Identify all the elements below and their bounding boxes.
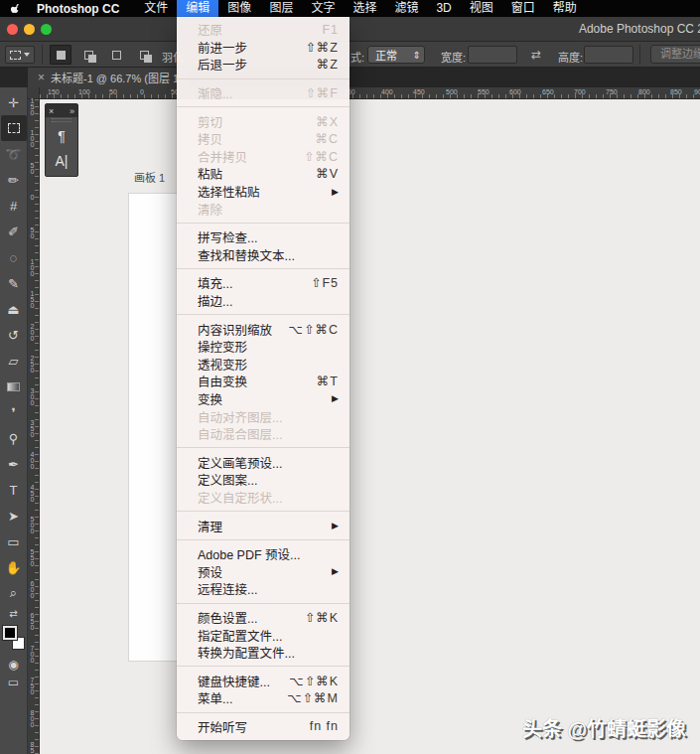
dodge-tool[interactable]: ⚲ (1, 425, 27, 451)
menu-item[interactable]: 拼写检查... (177, 228, 350, 246)
gradient-tool[interactable] (1, 374, 27, 399)
close-tab-icon[interactable]: × (38, 71, 45, 84)
history-brush-tool[interactable]: ↺ (1, 322, 27, 348)
menu-item[interactable]: 查找和替换文本... (177, 246, 350, 264)
type-tool[interactable]: T (1, 477, 27, 503)
menu-item[interactable]: 预设▶ (177, 562, 350, 580)
move-tool[interactable]: ✛ (1, 89, 27, 115)
style-mode-value: 正常 (375, 47, 397, 63)
panel-close-icon[interactable]: × (49, 106, 54, 116)
menu-item[interactable]: 键盘快捷键...⌥⇧⌘K (177, 672, 350, 689)
menu-item[interactable]: 定义画笔预设... (177, 453, 350, 471)
swap-colors-icon[interactable]: ⇄ (1, 606, 27, 620)
quick-selection-tool[interactable]: ✏ (1, 167, 27, 193)
menu-item[interactable]: 填充...⇧F5 (177, 274, 350, 292)
menu-item[interactable]: 透视变形 (177, 356, 350, 374)
add-to-selection-button[interactable] (77, 45, 99, 65)
menubar-item-4[interactable]: 文字 (302, 0, 344, 17)
brush-tool[interactable]: ✎ (1, 270, 27, 296)
width-input[interactable] (468, 46, 517, 64)
menu-item[interactable]: 后退一步⌘Z (177, 56, 350, 74)
menubar-item-7[interactable]: 3D (427, 0, 460, 17)
zoom-tool[interactable]: ⌕ (1, 580, 27, 606)
paragraph-panel-button[interactable]: ¶ (46, 123, 77, 148)
foreground-color-swatch[interactable] (3, 626, 17, 640)
vertical-ruler[interactable]: 1501005005010015020025030035040045050055… (28, 99, 40, 754)
subtract-from-selection-button[interactable] (105, 45, 127, 65)
panel-collapse-icon[interactable]: » (70, 106, 74, 116)
menu-item[interactable]: 颜色设置...⇧⌘K (177, 609, 350, 627)
minimize-window-button[interactable] (24, 24, 35, 35)
apple-logo-icon[interactable] (10, 2, 23, 15)
menubar-item-5[interactable]: 选择 (344, 0, 385, 17)
menu-item[interactable]: 操控变形 (177, 338, 350, 356)
horizontal-ruler[interactable]: 1501005005035040045050055060065070075080… (40, 87, 700, 99)
menubar-item-6[interactable]: 滤镜 (385, 0, 427, 17)
spot-healing-brush-tool[interactable]: ◌ (1, 244, 27, 270)
eyedropper-tool[interactable]: ✐ (1, 219, 27, 244)
menu-item[interactable]: 指定配置文件... (177, 626, 350, 644)
menu-item-label: 前进一步 (198, 38, 247, 57)
menu-item[interactable]: 粘贴⌘V (177, 165, 350, 183)
menubar-item-2[interactable]: 图像 (218, 0, 260, 17)
menu-item[interactable]: 自由变换⌘T (177, 373, 350, 390)
lasso-tool[interactable]: ➰ (1, 141, 27, 167)
menubar-item-1[interactable]: 编辑 (177, 0, 218, 17)
menu-item[interactable]: 菜单...⌥⇧⌘M (177, 689, 350, 707)
menu-item[interactable]: 描边... (177, 292, 350, 310)
menubar-items: 文件编辑图像图层文字选择滤镜3D视图窗口帮助 (135, 0, 586, 17)
character-panel-button[interactable]: A| (46, 148, 77, 173)
menu-item-label: 自动对齐图层... (198, 407, 282, 426)
refine-edge-button[interactable]: 调整边缘 (650, 45, 700, 64)
menu-item[interactable]: Adobe PDF 预设... (177, 545, 350, 563)
menu-item[interactable]: 选择性粘贴▶ (177, 183, 350, 201)
screen-mode-button[interactable]: ▭ (1, 676, 27, 689)
height-input[interactable] (584, 46, 633, 64)
crop-tool[interactable]: # (1, 193, 27, 219)
menu-item[interactable]: 定义图案... (177, 471, 350, 489)
menu-item[interactable]: 转换为配置文件... (177, 644, 350, 662)
swap-dimensions-icon[interactable]: ⇄ (531, 48, 541, 62)
menubar-item-10[interactable]: 帮助 (544, 0, 586, 17)
style-mode-select[interactable]: 正常 ⇕ (367, 46, 425, 64)
quick-mask-button[interactable]: ◉ (1, 658, 27, 672)
new-selection-button[interactable] (50, 45, 71, 65)
zoom-window-button[interactable] (41, 24, 52, 35)
rectangular-marquee-tool[interactable] (1, 115, 27, 141)
menu-item[interactable]: 开始听写fn fn (177, 718, 350, 736)
ruler-label: 50 (109, 88, 117, 95)
color-swatches[interactable] (2, 626, 26, 650)
ruler-label: 150 (29, 97, 36, 115)
canvas-area[interactable]: 画板 1 × » ¶ A| (40, 99, 700, 754)
menu-item-shortcut: ⇧⌘Z (305, 40, 339, 55)
menu-item[interactable]: 前进一步⇧⌘Z (177, 39, 350, 57)
document-tab[interactable]: × 未标题-1 @ 66.7% (图层 1 (28, 68, 190, 87)
hand-tool[interactable]: ✋ (1, 554, 27, 580)
artboard-label[interactable]: 画板 1 (134, 169, 165, 185)
clone-stamp-tool[interactable]: ⏏ (1, 296, 27, 322)
blur-tool[interactable]: ❜ (1, 399, 27, 425)
eraser-tool[interactable]: ▱ (1, 348, 27, 374)
close-window-button[interactable] (7, 24, 18, 35)
paragraph-icon: ¶ (58, 128, 66, 144)
menubar-item-9[interactable]: 窗口 (502, 0, 544, 17)
menu-item-label: 透视变形 (198, 355, 247, 374)
menu-item[interactable]: 变换▶ (177, 390, 350, 408)
shape-tool[interactable]: ▭ (1, 528, 27, 554)
menu-item[interactable]: 清理▶ (177, 517, 350, 534)
intersect-selection-button[interactable] (133, 45, 155, 65)
menu-item[interactable]: 内容识别缩放⌥⇧⌘C (177, 320, 350, 338)
menubar-app-name[interactable]: Photoshop CC (37, 2, 119, 16)
menubar-item-3[interactable]: 图层 (260, 0, 302, 17)
ruler-label: 500 (29, 516, 36, 533)
clone-stamp-tool-icon: ⏏ (7, 302, 19, 317)
menu-item-label: 合并拷贝 (198, 147, 247, 166)
menu-item[interactable]: 远程连接... (177, 580, 350, 598)
menubar-item-8[interactable]: 视图 (461, 0, 502, 17)
collapsed-type-panel: × » ¶ A| (45, 103, 78, 177)
path-selection-tool[interactable]: ➤ (1, 503, 27, 528)
pen-tool[interactable]: ✒ (1, 451, 27, 477)
tool-preset-picker[interactable] (5, 46, 35, 64)
menubar-item-0[interactable]: 文件 (135, 0, 177, 17)
menu-item-label: 操控变形 (198, 337, 247, 356)
